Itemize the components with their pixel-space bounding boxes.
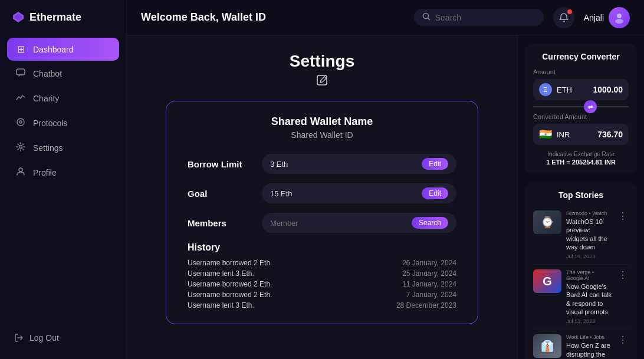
sidebar-item-dashboard[interactable]: ⊞ Dashboard [7, 38, 119, 61]
story-thumb: G [533, 269, 561, 293]
history-action: Username lent 3 Eth. [188, 301, 254, 309]
story-thumb: 👔 [533, 334, 561, 358]
story-source: Work Life • Jobs [566, 334, 612, 340]
sidebar-item-settings[interactable]: Settings [7, 136, 119, 160]
story-headline: How Gen Z are disrupting the definition … [566, 341, 612, 359]
from-currency-row: Ξ ETH BTC 1000.00 [533, 79, 629, 100]
page-title: Welcome Back, Wallet ID [141, 11, 405, 24]
amount-label: Amount [533, 68, 629, 75]
svg-point-4 [19, 121, 22, 123]
to-currency-row: 🇮🇳 INR USD 736.70 [533, 124, 629, 145]
history-item: Username borrowed 2 Eth. 11 January, 202… [188, 280, 456, 288]
story-date: Jul 13, 2023 [566, 318, 612, 324]
story-more-button[interactable]: ⋮ [617, 210, 629, 222]
story-source: Gizmodo • Watch [566, 210, 612, 216]
from-currency-value: 1000.00 [593, 85, 623, 94]
user-area[interactable]: Anjali [584, 7, 630, 28]
dashboard-icon: ⊞ [15, 44, 26, 55]
story-headline: Now Google's Bard AI can talk & respond … [566, 282, 612, 316]
exchange-rate-label: Indicative Exchange Rate 1 ETH = 205254.… [533, 151, 629, 166]
right-panel: Currency Converter Amount Ξ ETH BTC 1000… [517, 35, 644, 359]
history-item: Username borrowed 2 Eth. 7 January, 2024 [188, 291, 456, 299]
settings-title: Settings [290, 52, 354, 71]
goal-edit-button[interactable]: Edit [422, 187, 448, 199]
member-input[interactable] [270, 219, 412, 228]
history-section: History Username borrowed 2 Eth. 26 Janu… [188, 242, 456, 309]
history-date: 25 January, 2024 [402, 269, 456, 278]
logout-icon [14, 333, 24, 342]
svg-point-6 [19, 168, 22, 172]
goal-field: 15 Eth Edit [262, 183, 456, 203]
notification-button[interactable] [553, 7, 574, 28]
borrow-limit-value: 3 Eth [270, 160, 288, 169]
member-search-button[interactable]: Search [412, 217, 448, 229]
history-date: 26 January, 2024 [402, 259, 456, 267]
logo-text: Ethermate [29, 11, 81, 24]
settings-edit-icon[interactable] [316, 74, 328, 89]
story-date: Jul 19, 2023 [566, 253, 612, 259]
charity-icon [15, 93, 26, 104]
slider-thumb: ⇄ [584, 100, 597, 113]
sidebar: Ethermate ⊞ Dashboard Chatbot Charity Pr… [0, 0, 127, 359]
inr-flag: 🇮🇳 [539, 128, 552, 141]
history-title: History [188, 242, 456, 253]
converter-slider[interactable]: ⇄ [533, 106, 629, 107]
sidebar-item-label: Dashboard [33, 45, 74, 54]
nav-items: ⊞ Dashboard Chatbot Charity Protocols [0, 38, 126, 327]
center-panel: Settings Shared Wallet Name Shared Walle… [127, 35, 517, 359]
history-action: Username borrowed 2 Eth. [188, 291, 272, 299]
search-icon [422, 12, 431, 22]
svg-point-7 [423, 14, 428, 19]
story-source: The Verge • Google AI [566, 269, 612, 281]
history-action: Username borrowed 2 Eth. [188, 280, 272, 288]
svg-rect-2 [17, 69, 25, 75]
to-currency-select[interactable]: INR USD [557, 130, 580, 139]
borrow-limit-field: 3 Eth Edit [262, 154, 456, 174]
logout-button[interactable]: Log Out [0, 327, 126, 348]
story-more-button[interactable]: ⋮ [617, 334, 629, 345]
sidebar-item-label: Chatbot [33, 69, 62, 78]
history-item: Username borrowed 2 Eth. 26 January, 202… [188, 259, 456, 267]
borrow-limit-edit-button[interactable]: Edit [422, 158, 448, 170]
user-name: Anjali [584, 13, 604, 22]
sidebar-item-charity[interactable]: Charity [7, 87, 119, 110]
story-item: G The Verge • Google AI Now Google's Bar… [533, 265, 629, 330]
logout-label: Log Out [29, 333, 59, 342]
stories-title: Top Stories [533, 190, 629, 200]
members-row: Members Search [188, 213, 456, 233]
converted-label: Converted Amount [533, 113, 629, 120]
sidebar-item-label: Settings [33, 143, 63, 153]
members-field: Search [262, 213, 456, 233]
logo-area: Ethermate [0, 11, 126, 38]
notification-badge [567, 9, 572, 14]
sidebar-item-protocols[interactable]: Protocols [7, 111, 119, 135]
topbar: Welcome Back, Wallet ID Anjali [127, 0, 644, 35]
goal-value: 15 Eth [270, 189, 293, 198]
search-input[interactable] [435, 13, 524, 22]
sidebar-item-label: Profile [33, 168, 57, 177]
wallet-id: Shared Wallet ID [188, 130, 456, 140]
from-currency-select[interactable]: ETH BTC [557, 85, 579, 94]
story-item: 👔 Work Life • Jobs How Gen Z are disrupt… [533, 330, 629, 359]
goal-label: Goal [188, 189, 252, 199]
chatbot-icon [15, 68, 26, 80]
settings-icon [15, 142, 26, 154]
eth-icon: Ξ [539, 83, 552, 96]
svg-point-8 [617, 14, 622, 18]
sidebar-item-profile[interactable]: Profile [7, 161, 119, 185]
content-area: Settings Shared Wallet Name Shared Walle… [127, 35, 644, 359]
story-more-button[interactable]: ⋮ [617, 269, 629, 281]
protocols-icon [15, 117, 26, 129]
story-headline: WatchOS 10 preview: widgets all the way … [566, 218, 612, 251]
story-item: ⌚ Gizmodo • Watch WatchOS 10 preview: wi… [533, 206, 629, 265]
wallet-name: Shared Wallet Name [188, 116, 456, 128]
sidebar-item-chatbot[interactable]: Chatbot [7, 62, 119, 85]
borrow-limit-label: Borrow Limit [188, 159, 252, 169]
history-date: 11 January, 2024 [402, 280, 456, 288]
sidebar-item-label: Protocols [33, 118, 67, 128]
profile-icon [15, 167, 26, 179]
svg-rect-10 [317, 75, 327, 85]
svg-point-9 [615, 19, 623, 24]
history-date: 7 January, 2024 [406, 291, 456, 299]
bell-icon [559, 13, 569, 22]
